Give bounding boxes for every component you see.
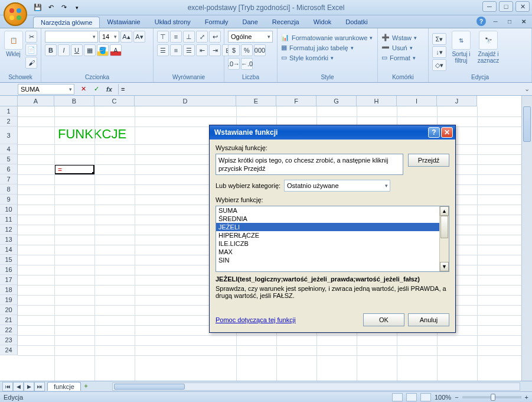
row-header[interactable]: 5: [0, 154, 18, 164]
horizontal-scrollbar[interactable]: [112, 382, 520, 391]
row-header[interactable]: 12: [0, 225, 18, 235]
border-button[interactable]: ▦: [84, 44, 96, 56]
sheet-prev-icon[interactable]: ◀: [13, 382, 24, 391]
tab-dane[interactable]: Dane: [236, 17, 265, 28]
column-header[interactable]: B: [54, 96, 94, 106]
bold-button[interactable]: B: [45, 44, 57, 56]
fill-icon[interactable]: ↓▾: [432, 46, 446, 58]
column-header[interactable]: I: [397, 96, 437, 106]
align-left-icon[interactable]: ☰: [157, 44, 169, 56]
cancel-formula-icon[interactable]: ✕: [78, 85, 89, 94]
row-header[interactable]: 21: [0, 315, 18, 325]
row-header[interactable]: 11: [0, 215, 18, 225]
scroll-up-icon[interactable]: ▲: [440, 206, 449, 216]
ribbon-minimize-icon[interactable]: ─: [491, 17, 500, 26]
row-header[interactable]: 14: [0, 245, 18, 255]
tab-narzędzia-główne[interactable]: Narzędzia główne: [33, 17, 100, 28]
find-select-button[interactable]: 🔭 Znajdź i zaznacz: [476, 31, 501, 64]
row-header[interactable]: 2: [0, 116, 18, 127]
align-center-icon[interactable]: ≡: [170, 44, 182, 56]
format-as-table-button[interactable]: ▦Formatuj jako tabelę▾: [281, 43, 354, 52]
function-list-scrollbar[interactable]: ▲ ▼: [439, 206, 449, 271]
name-box[interactable]: SUMA: [18, 84, 74, 95]
format-painter-icon[interactable]: 🖌: [25, 57, 37, 69]
column-header[interactable]: C: [94, 96, 135, 106]
underline-button[interactable]: U: [71, 44, 83, 56]
fill-color-button[interactable]: 🪣: [97, 44, 109, 56]
function-help-link[interactable]: Pomoc dotycząca tej funkcji: [216, 316, 296, 323]
font-size-combo[interactable]: 14: [99, 31, 119, 43]
paste-button[interactable]: 📋 Wklej: [4, 31, 23, 57]
undo-icon[interactable]: ↶: [46, 3, 56, 12]
tab-formuły[interactable]: Formuły: [198, 17, 236, 28]
active-cell-b5[interactable]: =: [54, 164, 94, 174]
currency-icon[interactable]: $: [228, 44, 240, 56]
minimize-button[interactable]: ─: [482, 1, 497, 12]
row-header[interactable]: 8: [0, 184, 18, 194]
column-header[interactable]: A: [18, 96, 54, 106]
formula-input[interactable]: =: [118, 84, 521, 95]
zoom-level[interactable]: 100%: [435, 394, 451, 401]
function-list-item[interactable]: JEŻELI: [216, 223, 449, 231]
row-header[interactable]: 18: [0, 285, 18, 295]
doc-restore-icon[interactable]: □: [505, 17, 514, 26]
increase-decimal-icon[interactable]: .0→: [228, 58, 240, 70]
ok-button[interactable]: OK: [363, 313, 404, 326]
shrink-font-icon[interactable]: A▾: [133, 31, 145, 43]
number-format-combo[interactable]: Ogólne: [228, 31, 273, 43]
row-header[interactable]: 19: [0, 295, 18, 305]
close-button[interactable]: ✕: [515, 1, 530, 12]
zoom-out-icon[interactable]: −: [455, 394, 458, 401]
function-list-item[interactable]: MAX: [216, 248, 449, 256]
dialog-help-icon[interactable]: ?: [428, 127, 440, 138]
tab-układ-strony[interactable]: Układ strony: [148, 17, 198, 28]
vertical-scrollbar[interactable]: [521, 96, 532, 387]
qat-customize-icon[interactable]: ▾: [72, 3, 81, 12]
autosum-icon[interactable]: Σ▾: [432, 33, 446, 45]
help-icon[interactable]: ?: [476, 17, 486, 26]
select-all-button[interactable]: [0, 96, 18, 106]
row-header[interactable]: 23: [0, 335, 18, 345]
format-cells-button[interactable]: ▭Format▾: [381, 53, 416, 62]
font-color-button[interactable]: A: [110, 44, 122, 56]
increase-indent-icon[interactable]: ⇥: [209, 44, 221, 56]
dialog-close-icon[interactable]: ✕: [441, 127, 453, 138]
scroll-down-icon[interactable]: ▼: [440, 262, 449, 271]
go-button[interactable]: Przejdź: [408, 154, 449, 167]
tab-wstawianie[interactable]: Wstawianie: [100, 17, 147, 28]
doc-close-icon[interactable]: ✕: [519, 17, 528, 26]
redo-icon[interactable]: ↷: [59, 3, 68, 12]
align-right-icon[interactable]: ☰: [183, 44, 195, 56]
grow-font-icon[interactable]: A▴: [120, 31, 132, 43]
new-sheet-icon[interactable]: ✦: [83, 382, 89, 390]
orientation-icon[interactable]: ⤢: [196, 31, 208, 43]
italic-button[interactable]: I: [58, 44, 70, 56]
search-function-input[interactable]: Wpisz krótki opis tego, co chcesz zrobić…: [216, 154, 403, 175]
align-bottom-icon[interactable]: ⊥: [183, 31, 195, 43]
function-list[interactable]: SUMAŚREDNIAJEŻELIHIPERŁĄCZEILE.LICZBMAXS…: [216, 206, 449, 272]
align-top-icon[interactable]: ⊤: [157, 31, 169, 43]
font-family-combo[interactable]: [45, 31, 98, 43]
delete-cells-button[interactable]: ➖Usuń▾: [381, 43, 413, 52]
function-list-item[interactable]: ŚREDNIA: [216, 215, 449, 223]
insert-cells-button[interactable]: ➕Wstaw▾: [381, 33, 417, 42]
column-header[interactable]: E: [236, 96, 276, 106]
tab-recenzja[interactable]: Recenzja: [265, 17, 306, 28]
row-header[interactable]: 7: [0, 174, 18, 184]
conditional-formatting-button[interactable]: 📊Formatowanie warunkowe▾: [281, 33, 373, 42]
cancel-button[interactable]: Anuluj: [408, 313, 449, 326]
decrease-decimal-icon[interactable]: ←.0: [241, 58, 253, 70]
column-header[interactable]: H: [357, 96, 397, 106]
decrease-indent-icon[interactable]: ⇤: [196, 44, 208, 56]
tab-dodatki[interactable]: Dodatki: [338, 17, 374, 28]
column-header[interactable]: G: [316, 96, 357, 106]
align-middle-icon[interactable]: ≡: [170, 31, 182, 43]
function-list-item[interactable]: HIPERŁĄCZE: [216, 231, 449, 239]
comma-icon[interactable]: 000: [254, 44, 266, 56]
row-header[interactable]: 20: [0, 305, 18, 315]
insert-function-icon[interactable]: fx: [104, 85, 115, 94]
page-layout-view-icon[interactable]: [406, 393, 417, 401]
cell-b3[interactable]: FUNKKCJE: [58, 127, 126, 142]
row-header[interactable]: 10: [0, 205, 18, 215]
row-header[interactable]: 3: [0, 127, 18, 144]
